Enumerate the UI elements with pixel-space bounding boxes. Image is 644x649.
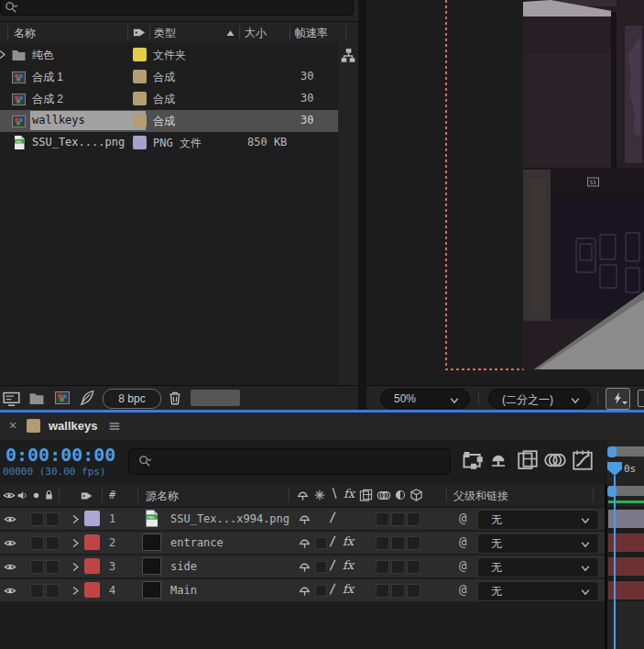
fx-icon[interactable]: fx [344,487,355,500]
playhead-marker[interactable] [606,461,623,477]
lock-cell[interactable] [46,584,60,598]
collapse-transforms-icon[interactable] [313,489,326,501]
graph-editor-icon[interactable] [571,449,595,471]
twirl-icon[interactable] [70,585,82,597]
video-eye-icon[interactable] [3,490,16,501]
pick-whip-icon[interactable]: @ [459,582,466,597]
label-chip[interactable] [133,92,147,105]
column-name[interactable]: 名称 [14,26,36,41]
panel-splitter-vertical[interactable] [358,0,366,410]
fx-switch[interactable]: fx [343,558,354,572]
shy-icon[interactable] [298,584,311,598]
label-column-tag-icon[interactable] [133,26,147,39]
collapse-cell[interactable] [315,561,327,573]
quality-switch[interactable]: ∕ [329,581,336,596]
comp-color-swatch[interactable] [27,419,40,433]
project-row-comp1[interactable]: 合成 1 合成 30 [0,66,338,88]
shy-icon[interactable] [298,512,311,526]
layer-row-3[interactable]: 3 side ∕ fx @ 无 [0,556,605,578]
project-row-wallkeys-selected[interactable]: wallkeys 合成 30 [0,110,338,132]
parent-dropdown[interactable]: 无 [477,510,599,530]
layer-name[interactable]: side [170,560,197,573]
adjustment-cell[interactable] [391,584,405,598]
lock-cell[interactable] [46,512,60,526]
parent-dropdown[interactable]: 无 [477,534,599,554]
layer-color-swatch[interactable] [84,511,100,526]
project-row-folder[interactable]: 纯色 文件夹 [0,44,338,66]
motion-blur-cell[interactable] [376,536,389,550]
time-navigator-bar[interactable] [614,446,644,456]
layer-color-swatch[interactable] [84,582,100,598]
new-folder-icon[interactable] [28,390,45,406]
item-name[interactable]: wallkeys [32,114,85,126]
frame-blend-icon[interactable] [359,489,373,502]
video-eye-icon[interactable] [4,585,16,597]
motion-blur-icon[interactable] [543,449,567,471]
close-icon[interactable]: × [9,418,16,433]
collapse-cell[interactable] [315,585,327,597]
pick-whip-icon[interactable]: @ [459,511,466,525]
fx-switch[interactable]: fx [343,534,354,548]
current-time-display[interactable]: 0:00:00:00 [5,444,115,466]
timeline-tab-title[interactable]: wallkeys [49,419,98,433]
label-column-tag-icon[interactable] [81,490,93,502]
adjustment-cell[interactable] [391,560,405,574]
layer-name[interactable]: entrance [170,536,224,549]
draft-3d-button[interactable] [486,448,511,470]
solo-cell[interactable] [30,584,44,598]
column-type[interactable]: 类型 [154,26,176,41]
label-chip[interactable] [133,136,147,149]
current-time-indicator-line[interactable] [614,476,616,649]
quality-icon[interactable]: ∖ [330,486,338,500]
motion-blur-icon[interactable] [377,489,391,502]
quality-switch[interactable]: ∕ [329,510,336,524]
panel-menu-icon[interactable] [108,420,121,433]
quill-icon[interactable] [79,390,95,406]
project-row-comp2[interactable]: 合成 2 合成 30 [0,88,338,110]
item-name[interactable]: SSU_Tex....png [32,136,125,148]
layer-name[interactable]: Main [170,584,197,597]
motion-blur-cell[interactable] [376,560,389,574]
3d-cell[interactable] [407,584,420,598]
project-row-png[interactable]: SSU_Tex....png PNG 文件 850 KB [0,132,338,154]
parent-dropdown[interactable]: 无 [477,557,599,578]
collapse-cell[interactable] [315,537,327,549]
fx-switch[interactable]: fx [343,582,354,596]
solo-cell[interactable] [30,560,44,574]
twirl-icon[interactable] [0,49,8,60]
video-eye-icon[interactable] [4,537,16,549]
motion-blur-cell[interactable] [376,512,389,526]
layer-name[interactable]: SSU_Tex...x994.png [170,512,289,525]
lock-icon[interactable] [43,489,55,501]
shy-icon[interactable] [298,560,311,574]
item-name[interactable]: 纯色 [32,48,54,63]
twirl-icon[interactable] [70,537,82,549]
layer-color-swatch[interactable] [84,534,100,550]
column-parent-link[interactable]: 父级和链接 [453,489,508,504]
time-navigator-handle[interactable] [607,446,617,457]
label-chip[interactable] [133,48,147,61]
twirl-icon[interactable] [70,513,82,525]
timeline-search-input[interactable] [128,448,451,475]
resolution-dropdown[interactable]: (二分之一) [488,389,591,409]
solo-cell[interactable] [30,536,44,550]
column-index[interactable]: # [109,489,115,501]
quality-switch[interactable]: ∕ [329,557,336,572]
audio-speaker-icon[interactable] [16,490,28,501]
label-chip[interactable] [133,70,147,83]
partial-toolbar-icon[interactable] [638,390,644,407]
adjustment-layer-icon[interactable] [394,489,407,501]
bit-depth-button[interactable]: 8 bpc [103,389,161,409]
project-search-input[interactable] [0,0,354,16]
3d-cell[interactable] [407,512,420,526]
frame-blending-icon[interactable] [516,449,540,471]
column-fps[interactable]: 帧速率 [295,26,328,41]
motion-blur-cell[interactable] [376,584,389,598]
pick-whip-icon[interactable]: @ [459,558,466,573]
parent-dropdown[interactable]: 无 [477,581,599,601]
lock-cell[interactable] [46,536,60,550]
solo-cell[interactable] [30,512,44,526]
mini-flowchart-icon[interactable] [462,449,486,471]
horizontal-scrollbar-thumb[interactable] [191,390,240,406]
3d-layer-icon[interactable] [409,488,423,502]
